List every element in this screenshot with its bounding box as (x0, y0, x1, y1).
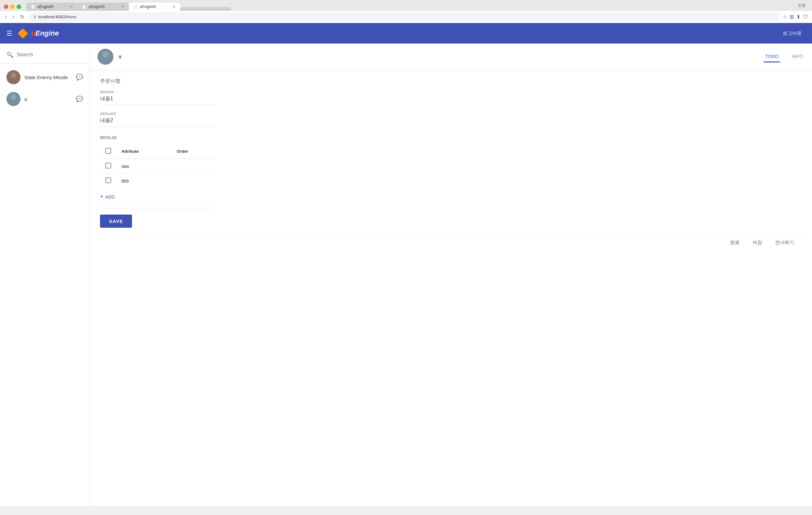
browser-tab-3[interactable]: 📄 uEngine5 ✕ (129, 3, 180, 11)
table-row-2: bbb (100, 174, 215, 188)
tab-icon-2: 📄 (82, 5, 87, 9)
logo-icon: 🔶 (17, 28, 29, 39)
logout-button[interactable]: 로그아웃 (779, 28, 806, 39)
main-body: 🔍 State Enemy Missile 💬 a 💬 (0, 43, 812, 506)
logo-engine: Engine (35, 29, 59, 37)
svg-point-1 (9, 79, 18, 84)
browser-tab-2[interactable]: 📄 uEngine5 ✕ (78, 3, 129, 11)
content-header: a TODO INFO (90, 43, 812, 70)
field-group-1: attribute 내용1 (100, 90, 802, 105)
tab-close-1[interactable]: ✕ (70, 4, 73, 9)
field-group-2: attribute2 내용2 (100, 112, 802, 127)
add-button[interactable]: + ADD (100, 192, 115, 202)
plus-icon: + (100, 193, 104, 200)
row1-attribute: aaa (116, 159, 172, 174)
content-tabs: TODO INFO (764, 51, 804, 62)
traffic-lights (4, 4, 21, 9)
field-label-2: attribute2 (100, 112, 802, 116)
row2-attribute: bbb (116, 174, 172, 188)
skip-action[interactable]: 건너뛰기 (775, 240, 794, 246)
form-divider (100, 208, 215, 208)
svg-point-0 (10, 72, 16, 78)
header-checkbox[interactable] (106, 148, 111, 154)
footer-actions: 완료 저장 건너뛰기 (100, 235, 802, 249)
extension-btn-3[interactable]: 🛡 (803, 14, 808, 20)
row1-checkbox[interactable] (106, 163, 111, 169)
address-actions: ☆ ⊞ ⬇ 🛡 (783, 14, 808, 20)
tab-icon-1: 📄 (31, 5, 35, 9)
row1-order (172, 159, 215, 174)
tab-todo[interactable]: TODO (764, 51, 780, 62)
extension-btn-1[interactable]: ⊞ (789, 14, 794, 20)
col-select (100, 144, 117, 159)
search-icon: 🔍 (6, 51, 13, 58)
contact-item-2[interactable]: a 💬 (0, 88, 89, 110)
tab-close-3[interactable]: ✕ (172, 4, 176, 9)
url-text: localhost:8082/#/sns (38, 14, 77, 19)
chat-icon-2[interactable]: 💬 (76, 95, 83, 102)
forward-button[interactable]: › (11, 13, 16, 21)
tab-icon-3: 📄 (133, 5, 138, 9)
field-value-2: 내용2 (100, 117, 215, 127)
logo-u: u (31, 29, 35, 37)
minimize-btn[interactable] (10, 4, 15, 9)
bookmark-btn[interactable]: ☆ (783, 14, 787, 20)
avatar-contact-2 (6, 92, 21, 106)
back-button[interactable]: ‹ (4, 13, 8, 21)
search-input[interactable] (17, 52, 83, 58)
tab-title-2: uEngine5 (88, 4, 105, 9)
item-list-title: itemList (100, 134, 802, 140)
save-button[interactable]: SAVE (100, 215, 132, 228)
app-logo: 🔶 uEngine (17, 28, 59, 39)
content-avatar (97, 49, 113, 65)
content-area: a TODO INFO 주문사항 attribute 내용1 attribute… (90, 43, 812, 506)
maximize-btn[interactable] (17, 4, 21, 9)
save-action[interactable]: 저장 (752, 240, 762, 246)
complete-action[interactable]: 완료 (730, 240, 740, 246)
app-header: ☰ 🔶 uEngine 로그아웃 (0, 23, 812, 43)
contact-name-2: a (24, 96, 72, 102)
section-title: 주문사항 (100, 78, 802, 85)
hamburger-menu[interactable]: ☰ (6, 29, 12, 37)
address-bar: ‹ › ↻ ℹ localhost:8082/#/sns ☆ ⊞ ⬇ 🛡 (0, 11, 812, 23)
close-btn[interactable] (4, 4, 8, 9)
new-tab-btn[interactable] (180, 7, 231, 11)
browser-user: 진영 (795, 3, 808, 11)
reload-button[interactable]: ↻ (19, 13, 26, 21)
row1-check-cell (100, 159, 117, 174)
row2-checkbox[interactable] (106, 177, 111, 183)
app-container: ☰ 🔶 uEngine 로그아웃 🔍 State Enemy Missile (0, 23, 812, 506)
tab-title-1: uEngine5 (37, 4, 54, 9)
contact-list: State Enemy Missile 💬 a 💬 (0, 66, 89, 110)
field-value-1: 내용1 (100, 95, 215, 105)
col-order: Order (172, 144, 215, 159)
logo-text: uEngine (31, 29, 59, 37)
svg-point-2 (10, 94, 16, 100)
table-row-1: aaa (100, 159, 215, 174)
row2-check-cell (100, 174, 117, 188)
row2-order (172, 174, 215, 188)
item-list-section: itemList Attribute Order (100, 134, 802, 202)
tab-bar: 📄 uEngine5 ✕ 📄 uEngine5 ✕ 📄 uEngine5 ✕ (26, 3, 795, 11)
sidebar: 🔍 State Enemy Missile 💬 a 💬 (0, 43, 90, 506)
tab-close-2[interactable]: ✕ (121, 4, 124, 9)
browser-chrome: 📄 uEngine5 ✕ 📄 uEngine5 ✕ 📄 uEngine5 ✕ 진… (0, 0, 812, 23)
tab-info[interactable]: INFO (790, 51, 804, 62)
table-header-row: Attribute Order (100, 144, 215, 159)
add-label: ADD (106, 194, 115, 200)
svg-point-3 (9, 100, 18, 106)
contact-name-1: State Enemy Missile (24, 74, 72, 80)
search-bar: 🔍 (0, 49, 89, 64)
browser-tab-1[interactable]: 📄 uEngine5 ✕ (26, 3, 78, 11)
form-content: 주문사항 attribute 내용1 attribute2 내용2 itemLi… (90, 70, 812, 257)
extension-btn-2[interactable]: ⬇ (796, 14, 801, 20)
contact-item-1[interactable]: State Enemy Missile 💬 (0, 66, 89, 88)
url-bar[interactable]: ℹ localhost:8082/#/sns (29, 13, 779, 21)
chat-icon-1[interactable]: 💬 (76, 74, 83, 81)
field-label-1: attribute (100, 90, 802, 94)
item-list-table: Attribute Order aaa (100, 144, 215, 188)
avatar-contact-1 (6, 70, 21, 84)
content-contact-name: a (119, 54, 764, 60)
svg-point-4 (102, 51, 109, 58)
svg-point-5 (100, 58, 111, 65)
